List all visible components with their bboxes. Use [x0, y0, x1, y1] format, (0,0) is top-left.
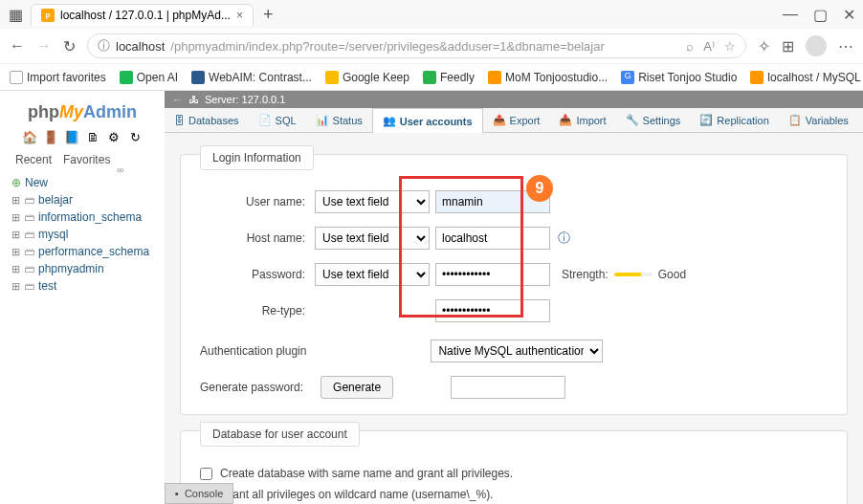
window-menu-icon[interactable]: ▦ — [8, 7, 23, 22]
db-item-mysql[interactable]: ⊞🗃mysql — [11, 226, 157, 243]
logout-icon[interactable]: 🚪 — [43, 130, 58, 145]
home-icon[interactable]: 🏠 — [22, 130, 37, 145]
db-item-information-schema[interactable]: ⊞🗃information_schema — [11, 208, 157, 226]
strength-label: Strength: — [562, 268, 609, 281]
database-icon: 🗃 — [24, 246, 34, 257]
collapse-left-icon[interactable]: ← — [172, 94, 183, 105]
server-icon: 🖧 — [188, 94, 199, 105]
database-user-panel: Database for user account Create databas… — [180, 430, 848, 504]
close-tab-icon[interactable]: × — [236, 9, 243, 22]
sidebar-tab-favorites[interactable]: Favorites — [63, 153, 110, 166]
address-bar[interactable]: ⓘ localhost/phpmyadmin/index.php?route=/… — [87, 33, 746, 58]
browser-tab[interactable]: p localhost / 127.0.0.1 | phpMyAd... × — [31, 4, 254, 26]
bookmark-icon — [423, 71, 436, 84]
strength-bar — [614, 273, 653, 276]
generate-button[interactable]: Generate — [321, 376, 393, 399]
annotation-badge: 9 — [526, 175, 553, 202]
bookmark-icon — [488, 71, 501, 84]
db-item-belajar[interactable]: ⊞🗃belajar — [11, 191, 157, 208]
tab-status[interactable]: 📊Status — [306, 108, 372, 132]
expand-icon[interactable]: ⊞ — [11, 229, 20, 241]
sidebar-tab-recent[interactable]: Recent — [15, 153, 52, 166]
db-item-phpmyadmin[interactable]: ⊞🗃phpmyadmin — [11, 260, 157, 277]
database-icon: 🗃 — [24, 229, 34, 240]
bookmark-openai[interactable]: Open AI — [120, 71, 178, 84]
generated-password-input[interactable] — [451, 376, 565, 399]
expand-icon[interactable]: ⊞ — [11, 194, 20, 207]
bookmark-webaim[interactable]: WebAIM: Contrast... — [191, 71, 312, 84]
database-icon: 🗃 — [24, 211, 34, 223]
new-tab-button[interactable]: + — [254, 5, 283, 25]
tab-databases[interactable]: 🗄Databases — [165, 108, 249, 132]
maximize-icon[interactable]: ▢ — [813, 6, 828, 24]
tab-sql[interactable]: 📄SQL — [249, 108, 306, 132]
url-path: /phpmyadmin/index.php?route=/server/priv… — [170, 39, 604, 54]
extensions-icon[interactable]: ✧ — [758, 37, 770, 55]
tab-more[interactable]: ▾Mo — [858, 108, 863, 132]
console-icon: ▪ — [175, 488, 179, 499]
database-tree: ⊕New ⊞🗃belajar ⊞🗃information_schema ⊞🗃my… — [8, 174, 157, 295]
sql-icon[interactable]: 🗎 — [85, 130, 100, 145]
server-label[interactable]: Server: 127.0.0.1 — [205, 94, 285, 105]
export-icon: 📤 — [493, 114, 506, 126]
sidebar: phpMyAdmin 🏠 🚪 📘 🗎 ⚙ ↻ Recent Favorites … — [0, 91, 165, 504]
bookmark-mom[interactable]: MoM Tonjoostudio... — [488, 71, 608, 84]
users-icon: 👥 — [383, 115, 396, 127]
bookmark-localhost[interactable]: localhost / MySQL /... — [750, 71, 863, 84]
search-icon[interactable]: ⌕ — [686, 39, 694, 54]
databases-icon: 🗄 — [174, 115, 185, 126]
bookmark-keep[interactable]: Google Keep — [325, 71, 409, 84]
tab-favicon-icon: p — [41, 9, 55, 22]
username-label: User name: — [200, 195, 315, 208]
expand-icon[interactable]: ⊞ — [11, 263, 20, 275]
reload-icon[interactable]: ↻ — [127, 130, 143, 145]
database-icon: 🗃 — [24, 263, 34, 274]
settings-icon[interactable]: ⚙ — [106, 130, 122, 145]
generate-label: Generate password: — [200, 381, 321, 394]
more-menu-icon[interactable]: ⋯ — [838, 37, 853, 55]
new-database-link[interactable]: ⊕New — [11, 174, 157, 191]
bookmark-icon — [325, 71, 339, 84]
tab-title: localhost / 127.0.0.1 | phpMyAd... — [60, 9, 231, 22]
tab-settings[interactable]: 🔧Settings — [616, 108, 691, 132]
docs-icon[interactable]: 📘 — [64, 130, 79, 145]
db-item-test[interactable]: ⊞🗃test — [11, 277, 157, 295]
site-info-icon[interactable]: ⓘ — [98, 37, 110, 55]
main-tabs: 🗄Databases 📄SQL 📊Status 👥User accounts 📤… — [165, 108, 863, 133]
create-db-checkbox[interactable] — [200, 468, 212, 480]
new-icon: ⊕ — [11, 176, 21, 189]
tab-export[interactable]: 📤Export — [483, 108, 550, 132]
bookmark-feedly[interactable]: Feedly — [423, 71, 475, 84]
database-icon: 🗃 — [24, 194, 34, 206]
back-button[interactable]: ← — [10, 37, 25, 55]
read-aloud-icon[interactable]: A⁾ — [703, 39, 715, 54]
bookmark-riset[interactable]: GRiset Tonjoo Studio — [621, 71, 737, 84]
phpmyadmin-logo[interactable]: phpMyAdmin — [8, 99, 157, 126]
profile-avatar[interactable] — [806, 35, 827, 56]
favorite-star-icon[interactable]: ☆ — [724, 39, 736, 54]
help-icon[interactable]: ⓘ — [558, 230, 570, 247]
db-item-performance-schema[interactable]: ⊞🗃performance_schema — [11, 243, 157, 260]
auth-plugin-select[interactable]: Native MySQL authentication — [431, 340, 603, 362]
status-icon: 📊 — [316, 114, 329, 126]
import-icon: 📥 — [559, 114, 572, 126]
expand-icon[interactable]: ⊞ — [11, 246, 20, 258]
minimize-icon[interactable]: — — [783, 6, 798, 24]
close-window-icon[interactable]: ✕ — [843, 6, 855, 24]
bookmarks-bar: Import favorites Open AI WebAIM: Contras… — [0, 63, 863, 90]
expand-icon[interactable]: ⊞ — [11, 211, 20, 224]
refresh-button[interactable]: ↻ — [63, 37, 76, 55]
bookmark-icon: G — [621, 71, 634, 84]
tab-replication[interactable]: 🔄Replication — [690, 108, 778, 132]
bookmark-import[interactable]: Import favorites — [10, 71, 106, 84]
tab-user-accounts[interactable]: 👥User accounts — [372, 108, 483, 133]
console-toggle[interactable]: ▪Console — [165, 483, 233, 504]
strength-value: Good — [658, 268, 686, 281]
tab-import[interactable]: 📥Import — [549, 108, 615, 132]
login-legend: Login Information — [200, 145, 314, 170]
forward-button[interactable]: → — [36, 37, 52, 55]
tab-variables[interactable]: 📋Variables — [779, 108, 858, 132]
expand-icon[interactable]: ⊞ — [11, 280, 20, 293]
collections-icon[interactable]: ⊞ — [782, 37, 794, 55]
retype-label: Re-type: — [200, 304, 315, 318]
